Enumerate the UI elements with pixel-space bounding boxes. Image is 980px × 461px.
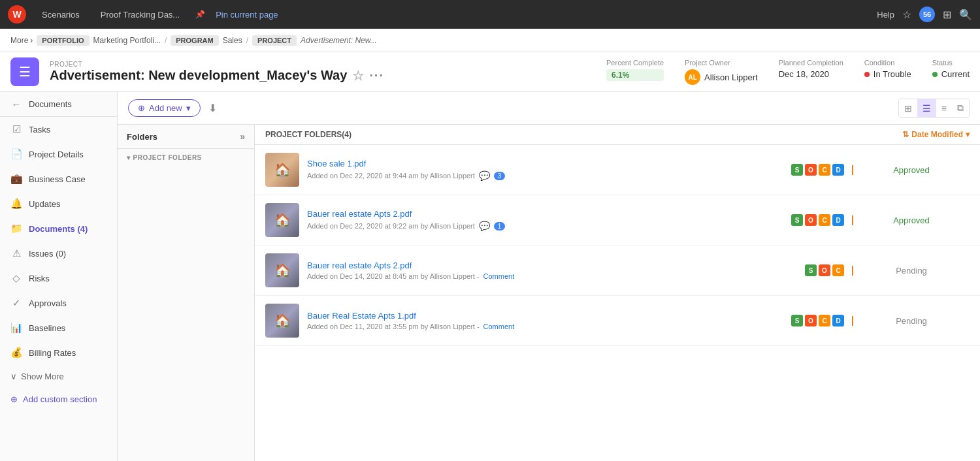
sidebar-item-issues[interactable]: ⚠ Issues (0) (0, 241, 117, 266)
sidebar-baselines-label: Baselines (29, 323, 65, 333)
project-icon: ☰ (10, 57, 39, 86)
pin-page-btn[interactable]: Pin current page (216, 10, 278, 20)
sort-button[interactable]: ⇅ Date Modified ▾ (902, 130, 970, 139)
sidebar-add-section[interactable]: ⊕ Add custom section (0, 388, 117, 411)
file-meta-text: Added on Dec 22, 2020 at 9:44 am by Alli… (307, 172, 475, 180)
percent-label: Percent Complete (606, 59, 664, 67)
file-thumbnail: 🏠 (265, 304, 299, 338)
folders-section-label[interactable]: ▾ PROJECT FOLDERS (118, 149, 254, 164)
chat-icon[interactable]: 💬 (479, 221, 490, 231)
sidebar-item-updates[interactable]: 🔔 Updates (0, 191, 117, 216)
project-details-icon: 📄 (10, 148, 22, 160)
add-new-button[interactable]: ⊕ Add new ▾ (128, 99, 201, 117)
file-info: Bauer Real Estate Apts 1.pdfAdded on Dec… (307, 311, 783, 330)
file-thumbnail: 🏠 (265, 153, 299, 187)
view-grid-btn[interactable]: ⊞ (899, 99, 917, 117)
chevron-down-icon: ∨ (10, 372, 17, 381)
folders-collapse-icon[interactable]: » (240, 131, 245, 142)
toolbar-right: ⊞ ☰ ≡ ⧉ (898, 99, 970, 118)
download-icon[interactable]: ⬇ (208, 102, 217, 114)
sidebar-item-tasks[interactable]: ☑ Tasks (0, 117, 117, 142)
socd-badge-c[interactable]: C (819, 214, 830, 226)
chevron-down-icon: ▾ (127, 154, 131, 161)
approval-status: Approved (852, 215, 970, 225)
top-navigation: W Scenarios Proof Tracking Das... 📌 Pin … (0, 0, 980, 29)
project-star-icon[interactable]: ☆ (352, 68, 364, 84)
approval-status: Approved (852, 165, 970, 175)
view-split-btn[interactable]: ⧉ (952, 99, 969, 117)
breadcrumb-portfolio-tag[interactable]: PORTFOLIO (37, 35, 89, 46)
sidebar-item-approvals[interactable]: ✓ Approvals (0, 291, 117, 315)
socd-badge-c[interactable]: C (819, 164, 830, 176)
search-icon[interactable]: 🔍 (959, 8, 972, 21)
view-lines-btn[interactable]: ≡ (936, 99, 952, 117)
business-case-icon: 💼 (10, 173, 22, 185)
file-meta: Added on Dec 11, 2020 at 3:55 pm by Alli… (307, 323, 783, 330)
project-title-text: Advertisement: New development_Macey's W… (50, 68, 347, 83)
socd-badge-o[interactable]: O (805, 214, 817, 226)
file-row: 🏠Bauer real estate Apts 2.pdfAdded on De… (255, 246, 980, 296)
file-list-panel: PROJECT FOLDERS(4) ⇅ Date Modified ▾ 🏠Sh… (255, 125, 980, 461)
billing-icon: 💰 (10, 347, 22, 358)
comment-link[interactable]: Comment (483, 323, 515, 330)
nav-proof-tracking[interactable]: Proof Tracking Das... (95, 7, 185, 22)
chevron-right-icon: › (30, 36, 33, 45)
file-name[interactable]: Shoe sale 1.pdf (307, 159, 783, 168)
sidebar-item-project-details[interactable]: 📄 Project Details (0, 142, 117, 167)
file-name[interactable]: Bauer Real Estate Apts 1.pdf (307, 311, 783, 321)
nav-scenarios[interactable]: Scenarios (37, 7, 85, 22)
app-logo[interactable]: W (8, 5, 26, 24)
socd-badge-s[interactable]: S (805, 264, 817, 276)
avatar-count[interactable]: 56 (919, 7, 935, 22)
breadcrumb-program-tag[interactable]: PROGRAM (171, 35, 218, 46)
star-icon[interactable]: ☆ (902, 8, 911, 21)
comment-count-badge: 1 (494, 222, 506, 230)
sidebar-documents-label: Documents (4) (29, 224, 88, 234)
status-text: Current (941, 69, 970, 79)
condition-text: In Trouble (874, 69, 911, 79)
breadcrumb-project-tag[interactable]: PROJECT (252, 35, 297, 46)
file-meta: Added on Dec 14, 2020 at 8:45 am by Alli… (307, 272, 797, 280)
breadcrumb-sep1: / (165, 36, 167, 45)
socd-badge-d[interactable]: D (832, 214, 844, 226)
status-label: Status (932, 59, 970, 67)
add-section-icon: ⊕ (10, 394, 18, 404)
project-more-icon[interactable]: ··· (369, 68, 384, 83)
socd-badge-o[interactable]: O (805, 315, 817, 326)
file-name[interactable]: Bauer real estate Apts 2.pdf (307, 261, 797, 270)
socd-badge-c[interactable]: C (832, 264, 844, 276)
tasks-icon: ☑ (10, 123, 22, 135)
sidebar-item-documents[interactable]: 📁 Documents (4) (0, 216, 117, 241)
file-rows-container: 🏠Shoe sale 1.pdfAdded on Dec 22, 2020 at… (255, 145, 980, 346)
socd-badge-s[interactable]: S (791, 164, 803, 176)
socd-badge-s[interactable]: S (791, 214, 803, 226)
chat-icon[interactable]: 💬 (479, 170, 490, 181)
folders-title: Folders (127, 132, 157, 142)
file-row: 🏠Bauer real estate Apts 2.pdfAdded on De… (255, 195, 980, 246)
breadcrumb-more[interactable]: More › (10, 36, 33, 45)
sidebar-item-risks[interactable]: ◇ Risks (0, 266, 117, 291)
sidebar-details-label: Project Details (29, 150, 84, 159)
approval-status-text: Approved (893, 215, 930, 225)
socd-badge-s[interactable]: S (791, 315, 803, 326)
breadcrumb-program-link[interactable]: Sales (223, 36, 242, 45)
sidebar-item-billing-rates[interactable]: 💰 Billing Rates (0, 340, 117, 365)
sidebar-item-baselines[interactable]: 📊 Baselines (0, 315, 117, 340)
view-list-btn[interactable]: ☰ (917, 99, 936, 117)
sidebar-collapse[interactable]: ← Documents (0, 92, 117, 116)
socd-badge-o[interactable]: O (805, 164, 817, 176)
sidebar-show-more[interactable]: ∨ Show More (0, 365, 117, 388)
meta-completion: Planned Completion Dec 18, 2020 (779, 59, 843, 85)
sidebar-item-business-case[interactable]: 💼 Business Case (0, 167, 117, 191)
comment-link[interactable]: Comment (483, 272, 515, 280)
socd-badge-d[interactable]: D (832, 315, 844, 326)
socd-badge-o[interactable]: O (819, 264, 830, 276)
grid-icon[interactable]: ⊞ (943, 8, 951, 21)
documents-icon: 📁 (10, 223, 22, 234)
percent-value: 6.1% (606, 69, 664, 81)
socd-badge-d[interactable]: D (832, 164, 844, 176)
breadcrumb-portfolio-link[interactable]: Marketing Portfoli... (93, 36, 161, 45)
socd-badge-c[interactable]: C (819, 315, 830, 326)
help-link[interactable]: Help (877, 10, 894, 20)
file-name[interactable]: Bauer real estate Apts 2.pdf (307, 209, 783, 219)
